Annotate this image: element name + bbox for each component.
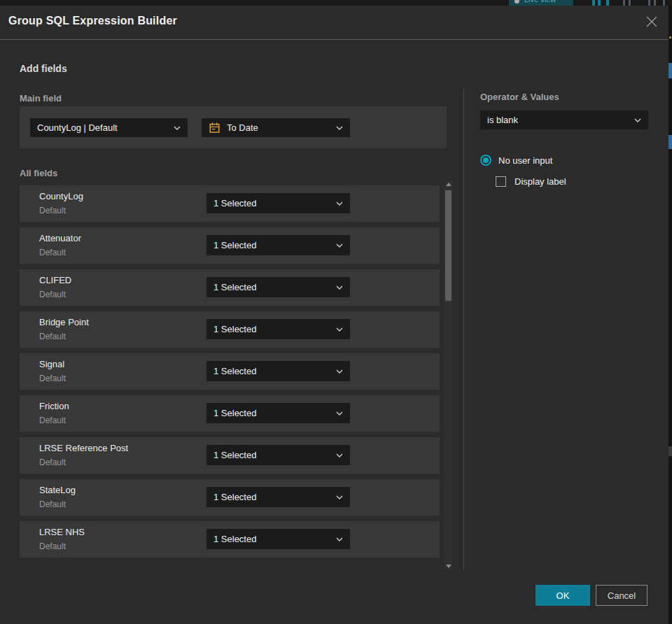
cancel-button[interactable]: Cancel [596,585,648,606]
field-row: CountyLog Default 1 Selected [20,185,440,222]
chevron-down-icon [336,327,343,332]
display-label-checkbox[interactable]: Display label [496,176,566,187]
field-value-select[interactable]: 1 Selected [206,361,350,381]
scroll-up-button[interactable] [444,180,453,187]
field-value-select-value: 1 Selected [214,366,332,376]
all-fields-label: All fields [20,168,57,178]
field-name: CountyLog [39,191,83,201]
field-row: Attenuator Default 1 Selected [20,227,440,264]
field-value-select[interactable]: 1 Selected [206,319,350,339]
field-value-select[interactable]: 1 Selected [206,193,350,213]
field-row: StateLog Default 1 Selected [20,479,440,516]
display-label-text: Display label [514,176,566,187]
field-value-select-value: 1 Selected [214,408,332,418]
field-value-select-value: 1 Selected [214,240,332,250]
scrollbar[interactable] [444,180,453,569]
field-value-select-value: 1 Selected [214,492,332,502]
field-value-select[interactable]: 1 Selected [206,529,350,549]
dialog-title: Group SQL Expression Builder [8,15,177,27]
operator-select[interactable]: is blank [480,111,648,129]
chevron-down-icon [336,285,343,290]
main-field-label: Main field [20,93,62,104]
field-name: CLIFED [39,275,71,285]
chevron-down-icon [336,126,343,130]
close-icon [645,15,659,29]
field-name: Signal [39,359,64,369]
scrollbar-thumb[interactable] [445,190,451,301]
chevron-down-icon [634,118,641,122]
scroll-down-button[interactable] [444,562,453,569]
dialog-header: Group SQL Expression Builder [0,6,668,40]
field-row: LRSE NHS Default 1 Selected [20,521,440,558]
toolbar-icon[interactable] [663,0,665,6]
operator-select-value: is blank [487,115,630,125]
radio-selected-icon [480,155,491,166]
background-app-strip: Live view [0,0,672,6]
date-field-select-value: To Date [227,122,332,133]
all-fields-list: CountyLog Default 1 Selected Attenuator … [20,185,440,569]
field-subtitle: Default [39,416,66,425]
field-name: Attenuator [39,233,81,243]
field-name: StateLog [39,485,76,495]
section-divider [463,87,464,570]
field-subtitle: Default [39,499,66,509]
toolbar-icon[interactable] [606,0,609,6]
pause-icon[interactable] [592,0,595,6]
field-value-select[interactable]: 1 Selected [206,487,350,507]
chevron-down-icon [336,369,343,374]
no-user-input-radio[interactable]: No user input [480,155,552,166]
background-fragment [668,135,672,149]
calendar-icon [209,122,220,134]
main-field-select[interactable]: CountyLog | Default [30,118,188,137]
field-value-select-value: 1 Selected [214,324,332,334]
field-subtitle: Default [39,206,66,215]
field-row: CLIFED Default 1 Selected [20,269,440,306]
field-row: LRSE Reference Post Default 1 Selected [20,437,440,474]
live-dot-icon [514,0,519,3]
main-field-select-value: CountyLog | Default [37,122,169,133]
field-value-select[interactable]: 1 Selected [206,235,350,255]
pause-icon[interactable] [598,0,601,6]
date-field-select[interactable]: To Date [202,118,350,137]
field-name: Friction [39,401,69,411]
group-sql-expression-builder-dialog: Group SQL Expression Builder Add fields … [0,6,668,624]
toolbar-icon[interactable] [629,0,631,6]
field-subtitle: Default [39,541,66,551]
checkbox-unchecked-icon [496,176,506,187]
field-value-select-value: 1 Selected [214,450,332,460]
chevron-down-icon [336,453,343,458]
field-subtitle: Default [39,332,66,341]
field-subtitle: Default [39,458,66,467]
toolbar-icon[interactable] [623,0,625,6]
live-view-label: Live view [524,0,556,3]
close-button[interactable] [644,15,659,30]
main-field-panel: CountyLog | Default To Date [20,106,447,148]
field-name: Bridge Point [39,317,89,327]
field-value-select[interactable]: 1 Selected [206,403,350,423]
field-value-select[interactable]: 1 Selected [206,277,350,297]
field-subtitle: Default [39,374,66,383]
chevron-down-icon [336,243,343,248]
chevron-down-icon [336,495,343,499]
add-fields-heading: Add fields [20,63,67,74]
background-fragment [669,36,671,38]
background-fragment [668,446,672,456]
field-name: LRSE NHS [39,527,85,537]
field-row: Friction Default 1 Selected [20,395,440,432]
field-value-select-value: 1 Selected [214,282,332,292]
field-value-select[interactable]: 1 Selected [206,445,350,465]
chevron-down-icon [336,201,343,206]
field-subtitle: Default [39,248,66,257]
field-name: LRSE Reference Post [39,443,128,453]
chevron-down-icon [174,126,181,130]
toolbar-icon[interactable] [648,0,650,6]
background-fragment [668,63,672,78]
toolbar-icon[interactable] [654,0,656,6]
chevron-down-icon [336,537,343,541]
field-row: Bridge Point Default 1 Selected [20,311,440,348]
live-view-button[interactable]: Live view [509,0,573,6]
field-value-select-value: 1 Selected [214,198,332,208]
chevron-down-icon [336,411,343,416]
background-app-right-strip [668,6,672,624]
ok-button[interactable]: OK [536,585,590,606]
